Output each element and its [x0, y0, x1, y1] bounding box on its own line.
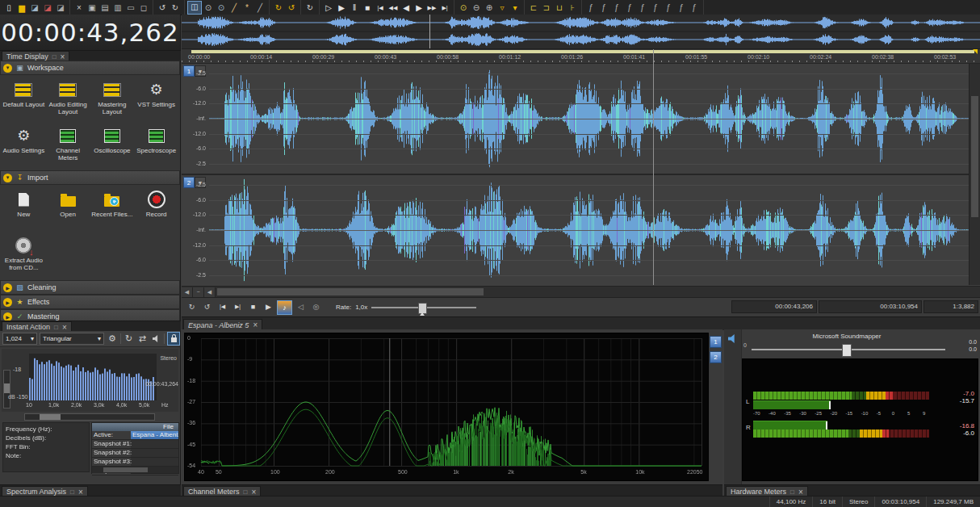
- close-icon[interactable]: [78, 488, 83, 497]
- collapse-arrow-icon[interactable]: ▼: [3, 64, 12, 73]
- cut-icon[interactable]: ×: [73, 2, 86, 14]
- fft-size-select[interactable]: 1,024▾: [2, 333, 37, 345]
- settings-gear-icon[interactable]: ⚙: [107, 333, 118, 345]
- expand-arrow-icon[interactable]: ▶: [3, 283, 12, 292]
- zoom-sel-icon[interactable]: ⊙: [457, 2, 470, 14]
- script-9-icon[interactable]: ƒ: [688, 2, 701, 14]
- stop-icon[interactable]: ■: [246, 300, 260, 313]
- rewind-icon[interactable]: ◀◀: [387, 2, 400, 14]
- close-icon[interactable]: [61, 52, 65, 61]
- undo-icon[interactable]: ↺: [156, 2, 169, 14]
- script-4-icon[interactable]: ƒ: [623, 2, 636, 14]
- action-mastering-layout[interactable]: Mastering Layout: [91, 78, 134, 122]
- refresh-icon[interactable]: ↻: [304, 2, 316, 14]
- script-3-icon[interactable]: ƒ: [610, 2, 623, 14]
- zoom-window-icon[interactable]: ⊕: [483, 2, 496, 14]
- maximize-icon[interactable]: [70, 488, 74, 496]
- window-type-select[interactable]: Triangular▾: [40, 333, 104, 345]
- hscroll-thumb[interactable]: [217, 288, 484, 295]
- script-5-icon[interactable]: ƒ: [636, 2, 649, 14]
- new-file-icon[interactable]: ▯: [2, 2, 15, 14]
- redo-icon[interactable]: ↻: [169, 2, 182, 14]
- channel-2[interactable]: 2 ▾ -2.5-6.0-12.0-inf.-12.0-6.0-2.5: [182, 175, 980, 285]
- save-as-icon[interactable]: ◪: [54, 2, 67, 14]
- section-workspace[interactable]: ▼ ▣ Workspace: [0, 61, 180, 75]
- script-2-icon[interactable]: ƒ: [597, 2, 610, 14]
- save-icon[interactable]: ◪: [28, 2, 41, 14]
- stop-icon[interactable]: ■: [361, 2, 374, 14]
- maximize-icon[interactable]: [244, 488, 248, 496]
- close-icon[interactable]: [798, 488, 803, 497]
- go-start-icon[interactable]: |◀: [374, 2, 387, 14]
- expand-arrow-icon[interactable]: ▶: [3, 312, 12, 321]
- zoom-out-icon[interactable]: ⊖: [470, 2, 483, 14]
- play-icon[interactable]: ▶: [262, 300, 275, 313]
- expand-arrow-icon[interactable]: ▶: [3, 298, 12, 307]
- playhead-cursor[interactable]: [653, 49, 654, 285]
- snap-3-icon[interactable]: ⊔: [553, 2, 566, 14]
- pause-icon[interactable]: ‖: [348, 2, 361, 14]
- back-icon[interactable]: ◀: [400, 2, 413, 14]
- meter-channel-2-button[interactable]: 2: [710, 351, 722, 363]
- channel-1[interactable]: 1 ▾ -2.5-6.0-12.0-inf.-12.0-6.0-2.5: [182, 64, 980, 174]
- meter-channel-1-button[interactable]: 1: [710, 336, 722, 348]
- waveform-overview[interactable]: [182, 15, 980, 49]
- maximize-icon[interactable]: [54, 323, 58, 331]
- rate-slider[interactable]: [371, 302, 476, 313]
- paste-icon[interactable]: ▤: [98, 2, 111, 14]
- region-icon[interactable]: ▾: [509, 2, 521, 14]
- tab-document[interactable]: Espana - Albeniz 5: [183, 319, 262, 330]
- zoom-wave-icon[interactable]: ⊙: [215, 2, 228, 14]
- loop-playback-icon[interactable]: ↻: [185, 300, 199, 313]
- speaker-mute-icon[interactable]: ◁: [294, 300, 308, 313]
- zoom-selection-icon[interactable]: ⊙: [202, 2, 215, 14]
- loop-a-icon[interactable]: ↻: [272, 2, 285, 14]
- snap-2-icon[interactable]: ⊐: [540, 2, 553, 14]
- snap-4-icon[interactable]: ⊦: [566, 2, 579, 14]
- speaker-monitor-icon[interactable]: ◎: [309, 300, 323, 313]
- overview-playhead[interactable]: [429, 15, 430, 48]
- scroll-minus-icon[interactable]: −: [193, 287, 204, 297]
- table-row-snapshot3[interactable]: Snapshot #3:: [92, 458, 178, 467]
- output-gain-slider[interactable]: [752, 344, 945, 355]
- monitor-speaker-icon[interactable]: [150, 333, 161, 345]
- channel-meters-chart[interactable]: 0-9-18-27-36-45-54 40501002005001k2k5k10…: [184, 333, 709, 481]
- section-effects[interactable]: ▶ ★ Effects: [0, 295, 180, 309]
- section-cleaning[interactable]: ▶ ▨ Cleaning: [0, 280, 180, 295]
- fast-forward-icon[interactable]: ▶▶: [425, 2, 438, 14]
- close-icon[interactable]: [62, 323, 67, 332]
- scrub-tool-active-icon[interactable]: ♪: [277, 300, 292, 315]
- horizontal-scrollbar[interactable]: ◀ − ◀: [182, 286, 980, 297]
- forward-icon[interactable]: ▶: [413, 2, 425, 14]
- loop-b-icon[interactable]: ↺: [285, 2, 298, 14]
- go-to-start-icon[interactable]: |◀: [216, 300, 229, 313]
- action-open[interactable]: Open: [47, 187, 90, 232]
- maximize-icon[interactable]: [790, 488, 794, 496]
- go-to-end-icon[interactable]: ▶|: [231, 300, 245, 313]
- overview-canvas[interactable]: [182, 15, 980, 48]
- speaker-icon[interactable]: [728, 334, 737, 343]
- crop-icon[interactable]: ◻: [137, 2, 150, 14]
- lock-icon[interactable]: [167, 332, 180, 346]
- open-folder-icon[interactable]: ▆: [15, 2, 28, 14]
- waveform-display[interactable]: 1 ▾ -2.5-6.0-12.0-inf.-12.0-6.0-2.5 2 ▾ …: [182, 64, 980, 285]
- snap-1-icon[interactable]: ⊏: [527, 2, 540, 14]
- loop-end-marker[interactable]: [973, 49, 978, 54]
- action-new[interactable]: New: [2, 187, 45, 232]
- action-default-layout[interactable]: Default Layout: [2, 78, 45, 122]
- event-loop-icon[interactable]: ↺: [200, 300, 214, 313]
- action-recent-files[interactable]: Recent Files...: [91, 187, 134, 232]
- section-import[interactable]: ▼ ↧ Import: [0, 170, 180, 185]
- action-audio-settings[interactable]: ⚙Audio Settings: [2, 124, 45, 168]
- scroll-left2-icon[interactable]: ◀: [204, 287, 216, 297]
- collapse-arrow-icon[interactable]: ▼: [3, 174, 12, 182]
- action-audio-editing-layout[interactable]: Audio Editing Layout: [47, 78, 90, 122]
- scroll-left-icon[interactable]: ◀: [182, 287, 193, 297]
- action-vst-settings[interactable]: ⚙VST Settings: [135, 78, 178, 122]
- script-8-icon[interactable]: ƒ: [675, 2, 688, 14]
- section-mastering[interactable]: ▶ ✓ Mastering: [0, 309, 180, 321]
- trim-icon[interactable]: ▭: [124, 2, 137, 14]
- script-6-icon[interactable]: ƒ: [649, 2, 662, 14]
- edit-tool-icon[interactable]: ╱: [228, 2, 241, 14]
- action-record[interactable]: Record: [135, 187, 178, 232]
